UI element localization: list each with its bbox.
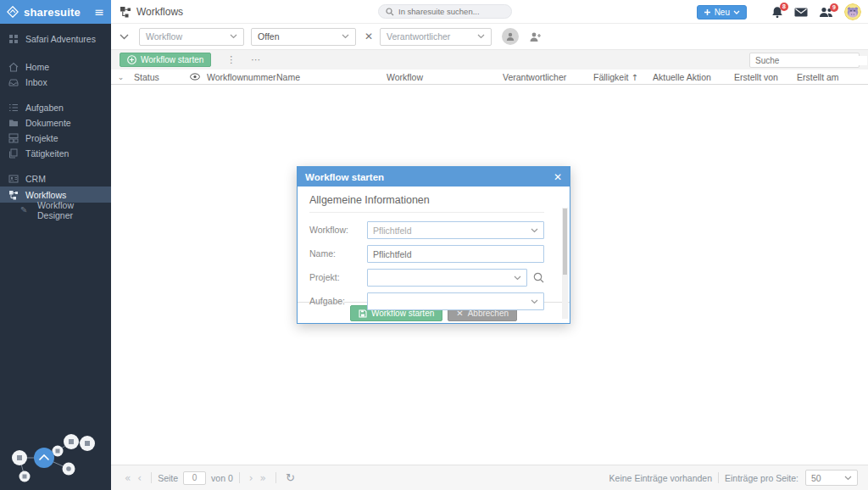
contacts-button[interactable]: 9	[819, 7, 833, 18]
pagination-bar: « ‹ Seite von 0 › » ↻ Keine Einträge vor…	[111, 465, 868, 490]
sidebar-item-label: Aufgaben	[25, 103, 64, 113]
name-field-label: Name:	[309, 245, 367, 263]
workflow-filter-select[interactable]: Workflow	[139, 28, 244, 46]
last-page-icon[interactable]: »	[257, 472, 270, 484]
pencil-icon: ✎	[20, 205, 31, 215]
sort-asc-icon: ↑	[631, 73, 637, 82]
action-toolbar: Workflow starten ⋮ ⋯	[111, 50, 868, 70]
responsible-filter-value: Verantwortlicher	[387, 31, 477, 42]
person-icon	[505, 31, 515, 42]
modal-header[interactable]: Workflow starten ✕	[298, 167, 570, 187]
avatar[interactable]	[844, 3, 861, 20]
projekt-select[interactable]	[367, 269, 527, 287]
sidebar-item-crm[interactable]: CRM	[0, 171, 111, 187]
pagination-right: Keine Einträge vorhanden Einträge pro Se…	[609, 470, 858, 486]
sidebar-item-safari-adventures[interactable]: Safari Adventures	[0, 29, 111, 49]
workflow-icon	[8, 190, 19, 200]
eye-icon[interactable]	[190, 73, 207, 81]
sidebar-item-label: Workflow Designer	[37, 200, 103, 220]
messages-button[interactable]	[794, 8, 808, 17]
clear-status-filter-icon[interactable]: ✕	[364, 31, 373, 42]
chevron-down-icon	[230, 34, 237, 39]
sidebar-item-aufgaben[interactable]: Aufgaben	[0, 100, 111, 115]
sidebar-item-label: CRM	[25, 174, 46, 184]
list-search-input[interactable]	[755, 56, 867, 65]
grid-icon	[8, 34, 19, 44]
page-title-wrap: Workflows	[120, 6, 183, 18]
page-number-input[interactable]	[183, 471, 206, 485]
search-icon	[386, 8, 394, 16]
von-label: von 0	[211, 473, 233, 483]
per-page-label: Einträge pro Seite:	[725, 473, 798, 483]
list-search[interactable]	[749, 53, 860, 68]
top-actions: Neu 8 9	[697, 0, 861, 24]
plus-icon	[704, 8, 711, 16]
column-aktuelle-aktion[interactable]: Aktuelle Aktion	[653, 72, 734, 82]
projekt-field-label: Projekt:	[309, 269, 367, 287]
refresh-icon[interactable]: ↻	[282, 471, 298, 484]
column-status[interactable]: Status	[134, 72, 190, 82]
sidebar-item-label: Workflows	[25, 190, 66, 200]
workflow-select[interactable]: Pflichtfeld	[367, 221, 544, 239]
documents-icon	[8, 148, 19, 159]
sidebar-nav: Safari Adventures Home Inbox Aufgaben Do…	[0, 24, 111, 218]
sidebar-item-home[interactable]: Home	[0, 59, 111, 75]
sidebar-item-projekte[interactable]: Projekte	[0, 131, 111, 146]
home-icon	[8, 62, 19, 72]
prev-page-icon[interactable]: ‹	[134, 472, 145, 484]
notifications-button[interactable]: 8	[771, 6, 783, 19]
aufgabe-field-row: Aufgabe:	[309, 292, 544, 310]
sidebar-item-inbox[interactable]: Inbox	[0, 75, 111, 90]
seite-label: Seite	[158, 473, 178, 483]
workflow-field-label: Workflow:	[309, 221, 367, 239]
workflow-starten-modal: Workflow starten ✕ Allgemeine Informatio…	[297, 166, 570, 324]
column-faelligkeit[interactable]: Fälligkeit↑	[593, 72, 653, 82]
name-field-row: Name:	[309, 245, 544, 263]
sidebar-item-label: Safari Adventures	[25, 34, 96, 44]
chevron-down-icon	[844, 476, 852, 481]
neu-button[interactable]: Neu	[697, 5, 747, 19]
brand-bar: sharesuite ≡	[0, 0, 111, 24]
status-filter-select[interactable]: Offen	[251, 28, 356, 46]
column-verantwortlicher[interactable]: Verantwortlicher	[503, 72, 593, 82]
plus-circle-icon	[127, 55, 136, 64]
column-name[interactable]: Name	[276, 72, 387, 82]
modal-scrollbar[interactable]	[562, 208, 568, 319]
scrollbar-thumb[interactable]	[563, 209, 567, 275]
table-header-row: ⌄ Status Workflownummer Name Workflow Ve…	[111, 70, 868, 85]
first-page-icon[interactable]: «	[121, 472, 134, 484]
sidebar-item-taetigkeiten[interactable]: Tätigkeiten	[0, 146, 111, 161]
brand-name: sharesuite	[24, 6, 94, 19]
chevron-down-icon	[342, 34, 349, 39]
chevron-down-icon	[531, 228, 538, 233]
expand-all-icon[interactable]: ⌄	[111, 73, 134, 81]
column-erstellt-von[interactable]: Erstellt von	[734, 72, 797, 82]
column-faelligkeit-label: Fälligkeit	[593, 72, 628, 82]
kebab-menu-icon[interactable]: ⋮	[226, 54, 236, 65]
my-workflows-toggle[interactable]	[502, 28, 519, 45]
collapse-filters-icon[interactable]	[120, 34, 129, 40]
workflow-filter-value: Workflow	[146, 31, 230, 42]
column-workflownummer[interactable]: Workflownummer	[207, 72, 276, 82]
sidebar-item-workflow-designer[interactable]: ✎ Workflow Designer	[0, 203, 111, 218]
next-page-icon[interactable]: ›	[246, 472, 257, 484]
column-erstellt-am[interactable]: Erstellt am	[797, 72, 868, 82]
sidebar-item-dokumente[interactable]: Dokumente	[0, 115, 111, 131]
workflow-starten-button[interactable]: Workflow starten	[120, 53, 211, 67]
per-page-select[interactable]: 50	[805, 470, 858, 486]
menu-icon[interactable]: ≡	[94, 5, 104, 19]
more-actions-icon[interactable]: ⋯	[251, 54, 260, 65]
global-search[interactable]	[378, 4, 512, 19]
global-search-input[interactable]	[398, 7, 504, 16]
aufgabe-select[interactable]	[367, 292, 544, 310]
responsible-filter-select[interactable]: Verantwortlicher	[380, 28, 492, 46]
sidebar-item-label: Dokumente	[25, 118, 71, 128]
close-icon[interactable]: ✕	[554, 171, 562, 183]
name-input[interactable]	[373, 249, 538, 259]
projekt-search-icon[interactable]	[533, 272, 544, 283]
inbox-icon	[8, 77, 19, 87]
per-page-value: 50	[811, 473, 844, 483]
column-workflow[interactable]: Workflow	[387, 72, 503, 82]
modal-section-title: Allgemeine Informationen	[309, 194, 544, 213]
assign-person-icon[interactable]	[529, 31, 542, 42]
